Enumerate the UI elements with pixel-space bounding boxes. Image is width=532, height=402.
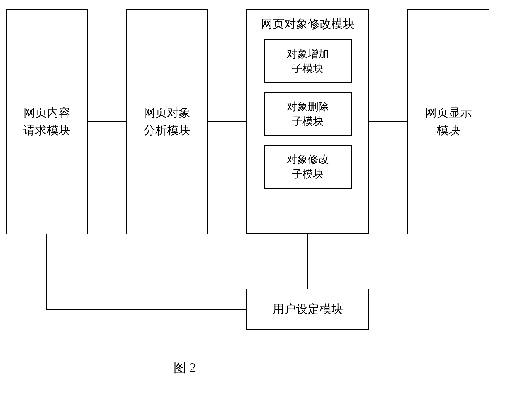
sub-module-stack: 对象增加 子模块 对象删除 子模块 对象修改 子模块 [256, 39, 359, 189]
figure-caption: 图 2 [0, 359, 369, 376]
sub-box-modify: 对象修改 子模块 [264, 145, 352, 189]
label-sub-delete: 对象删除 子模块 [287, 99, 329, 129]
label-sub-modify: 对象修改 子模块 [287, 152, 329, 182]
connector-h1 [88, 121, 126, 122]
label-display: 网页显示 模块 [425, 104, 472, 139]
box-user-setting: 用户设定模块 [246, 289, 369, 330]
label-sub-add: 对象增加 子模块 [287, 47, 329, 76]
connector-v1 [307, 234, 308, 289]
connector-h3 [369, 121, 407, 122]
label-user-setting: 用户设定模块 [273, 300, 343, 318]
sub-box-delete: 对象删除 子模块 [264, 92, 352, 136]
box-analysis-module: 网页对象 分析模块 [126, 9, 208, 234]
box-modify-module: 网页对象修改模块 对象增加 子模块 对象删除 子模块 对象修改 子模块 [246, 9, 369, 234]
label-modify-title: 网页对象修改模块 [256, 16, 359, 32]
box-display-module: 网页显示 模块 [407, 9, 489, 234]
connector-v2 [46, 234, 47, 309]
connector-h2 [208, 121, 246, 122]
caption-text: 图 2 [174, 360, 196, 375]
sub-box-add: 对象增加 子模块 [264, 39, 352, 83]
box-request-module: 网页内容 请求模块 [6, 9, 88, 234]
label-request: 网页内容 请求模块 [23, 104, 70, 139]
label-analysis: 网页对象 分析模块 [144, 104, 191, 139]
connector-h4 [46, 309, 246, 310]
